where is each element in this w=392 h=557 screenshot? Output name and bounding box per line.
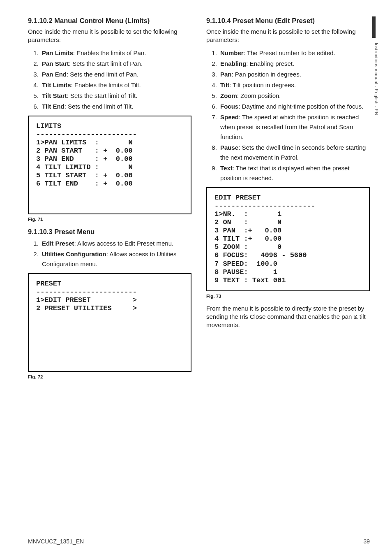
figure-caption-72: Fig. 72: [28, 374, 191, 379]
list-item: Tilt: Tilt position in degrees.: [219, 80, 370, 90]
left-param-list: Pan Limits: Enables the limits of Pan. P…: [28, 48, 191, 111]
heading-preset-menu: 9.1.10.3 Preset Menu: [28, 227, 191, 236]
right-column: 9.1.10.4 Preset Menu (Edit Preset) Once …: [206, 16, 370, 385]
right-intro: Once inside the menu it is possibile to …: [206, 28, 370, 44]
right-param-list: Number: The Preset number to be edited. …: [206, 48, 370, 183]
side-tab-bar: [372, 16, 376, 38]
side-tab-text: Instructions manual - English - EN: [369, 43, 379, 116]
list-item: Pause: Sets the dwell time in seconds be…: [219, 143, 370, 162]
footer-page-number: 39: [363, 538, 370, 545]
heading-edit-preset: 9.1.10.4 Preset Menu (Edit Preset): [206, 16, 370, 25]
list-item: Number: The Preset number to be edited.: [219, 48, 370, 58]
list-item: Speed: The speed at which the position i…: [219, 112, 370, 142]
left-intro: Once inside the menu it is possibile to …: [28, 28, 191, 44]
list-item: Tilt Start: Sets the start limit of Tilt…: [40, 91, 191, 101]
list-item: Enabling: Enabling preset.: [219, 59, 370, 69]
list-item: Pan: Pan position in degrees.: [219, 70, 370, 79]
list-item: Text: The text that is displayed when th…: [219, 163, 370, 183]
list-item: Focus: Daytime and night-time position o…: [219, 102, 370, 111]
list-item: Pan Start: Sets the start limit of Pan.: [40, 59, 191, 69]
heading-manual-control-limits: 9.1.10.2 Manual Control Menu (Limits): [28, 16, 191, 25]
figure-caption-73: Fig. 73: [206, 294, 370, 299]
list-item: Utilities Configuration: Allows access t…: [40, 249, 191, 269]
side-tab: Instructions manual - English - EN: [369, 16, 379, 107]
list-item: Pan End: Sets the end limit of Pan.: [40, 70, 191, 79]
page-footer: MNVCUCZ_1351_EN 39: [28, 538, 370, 545]
edit-preset-menu-box: EDIT PRESET ------------------------ 1>N…: [206, 187, 370, 291]
list-item: Tilt Limits: Enables the limits of Tilt.: [40, 80, 191, 90]
figure-caption-71: Fig. 71: [28, 217, 191, 222]
limits-menu-box: LIMITS ------------------------ 1>PAN LI…: [28, 116, 191, 214]
footer-doc-id: MNVCUCZ_1351_EN: [28, 538, 84, 545]
left-column: 9.1.10.2 Manual Control Menu (Limits) On…: [28, 16, 191, 385]
list-item: Pan Limits: Enables the limits of Pan.: [40, 48, 191, 58]
right-after-text: From the menu it is possible to directly…: [206, 304, 370, 330]
list-item: Zoom: Zoom position.: [219, 91, 370, 101]
list-item: Edit Preset: Allows access to Edit Prese…: [40, 239, 191, 248]
list-item: Tilt End: Sets the end limit of Tilt.: [40, 102, 191, 111]
preset-menu-box: PRESET ------------------------ 1>EDIT P…: [28, 273, 191, 372]
left-param-list-2: Edit Preset: Allows access to Edit Prese…: [28, 239, 191, 269]
